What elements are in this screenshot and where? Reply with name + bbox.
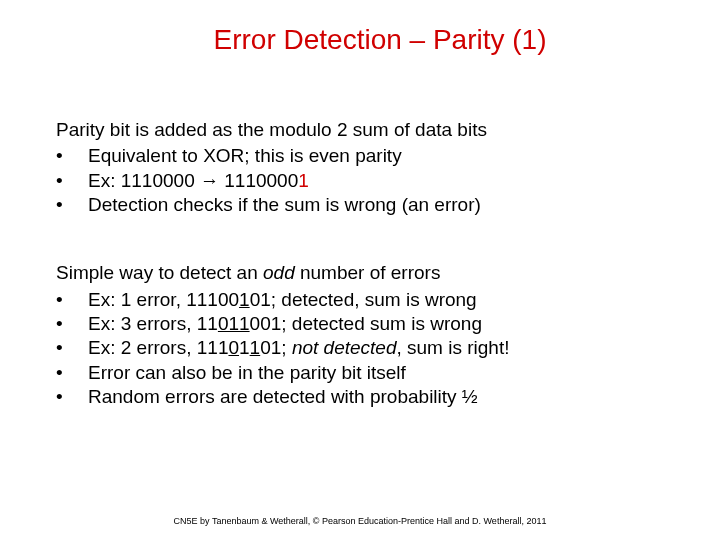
section1-intro: Parity bit is added as the modulo 2 sum … [56, 118, 664, 142]
list-item: • Ex: 1 error, 11100101; detected, sum i… [56, 288, 664, 312]
bullet-icon: • [56, 361, 88, 385]
text: , sum is right! [396, 337, 509, 358]
bullet-icon: • [56, 385, 88, 409]
list-item: • Detection checks if the sum is wrong (… [56, 193, 664, 217]
bullet-icon: • [56, 312, 88, 336]
section-odd-errors: Simple way to detect an odd number of er… [56, 261, 664, 409]
section2-list: • Ex: 1 error, 11100101; detected, sum i… [56, 288, 664, 410]
section-parity-intro: Parity bit is added as the modulo 2 sum … [56, 118, 664, 217]
slide: Error Detection – Parity (1) Parity bit … [0, 0, 720, 409]
arrow-icon: → [200, 170, 219, 191]
flipped-bit: 1 [239, 289, 250, 310]
emphasis-not-detected: not detected [292, 337, 397, 358]
flipped-bits: 011 [218, 313, 250, 334]
text: 1 [239, 337, 250, 358]
bullet-text: Equivalent to XOR; this is even parity [88, 144, 402, 168]
bullet-icon: • [56, 288, 88, 312]
slide-title: Error Detection – Parity (1) [56, 24, 664, 56]
text: number of errors [295, 262, 441, 283]
bullet-text: Ex: 1 error, 11100101; detected, sum is … [88, 288, 477, 312]
bullet-text: Random errors are detected with probabil… [88, 385, 478, 409]
bullet-icon: • [56, 144, 88, 168]
bullet-text: Error can also be in the parity bit itse… [88, 361, 406, 385]
text: Ex: 2 errors, 111 [88, 337, 228, 358]
bullet-icon: • [56, 169, 88, 193]
text: Ex: 3 errors, 11 [88, 313, 218, 334]
bullet-text: Ex: 3 errors, 11011001; detected sum is … [88, 312, 482, 336]
emphasis-odd: odd [263, 262, 295, 283]
text: 01; [260, 337, 292, 358]
list-item: • Error can also be in the parity bit it… [56, 361, 664, 385]
bullet-icon: • [56, 336, 88, 360]
parity-bit-highlight: 1 [298, 170, 309, 191]
text: 1110000 [219, 170, 298, 191]
text: Ex: 1110000 [88, 170, 200, 191]
bullet-text: Ex: 1110000 → 11100001 [88, 169, 309, 193]
bullet-text: Ex: 2 errors, 11101101; not detected, su… [88, 336, 509, 360]
text: Simple way to detect an [56, 262, 263, 283]
list-item: • Ex: 3 errors, 11011001; detected sum i… [56, 312, 664, 336]
section2-intro: Simple way to detect an odd number of er… [56, 261, 664, 285]
list-item: • Equivalent to XOR; this is even parity [56, 144, 664, 168]
list-item: • Random errors are detected with probab… [56, 385, 664, 409]
flipped-bit: 1 [250, 337, 261, 358]
list-item: • Ex: 1110000 → 11100001 [56, 169, 664, 193]
text: 001; detected sum is wrong [250, 313, 482, 334]
text: Ex: 1 error, 11100 [88, 289, 239, 310]
list-item: • Ex: 2 errors, 11101101; not detected, … [56, 336, 664, 360]
bullet-icon: • [56, 193, 88, 217]
flipped-bit: 0 [228, 337, 239, 358]
text: 01; detected, sum is wrong [250, 289, 477, 310]
section1-list: • Equivalent to XOR; this is even parity… [56, 144, 664, 217]
slide-footer: CN5E by Tanenbaum & Wetherall, © Pearson… [0, 516, 720, 526]
bullet-text: Detection checks if the sum is wrong (an… [88, 193, 481, 217]
